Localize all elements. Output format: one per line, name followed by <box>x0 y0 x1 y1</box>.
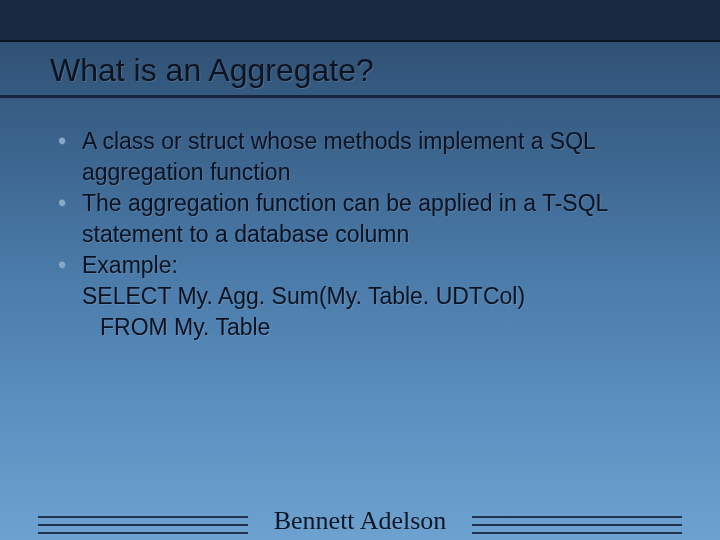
footer: Bennett Adelson <box>0 506 720 536</box>
example-line: SELECT My. Agg. Sum(My. Table. UDTCol) <box>82 283 525 309</box>
bullet-text: Example: <box>82 252 178 278</box>
bullet-text: A class or struct whose methods implemen… <box>82 128 595 185</box>
title-region: What is an Aggregate? <box>0 42 720 98</box>
bullet-item: Example: SELECT My. Agg. Sum(My. Table. … <box>54 250 666 343</box>
bullet-item: A class or struct whose methods implemen… <box>54 126 666 188</box>
bullet-item: The aggregation function can be applied … <box>54 188 666 250</box>
top-bar <box>0 0 720 42</box>
footer-author: Bennett Adelson <box>274 506 447 535</box>
content-region: A class or struct whose methods implemen… <box>0 98 720 343</box>
example-line: FROM My. Table <box>82 312 666 343</box>
slide-title: What is an Aggregate? <box>50 52 670 89</box>
bullet-list: A class or struct whose methods implemen… <box>54 126 666 343</box>
bullet-text: The aggregation function can be applied … <box>82 190 608 247</box>
